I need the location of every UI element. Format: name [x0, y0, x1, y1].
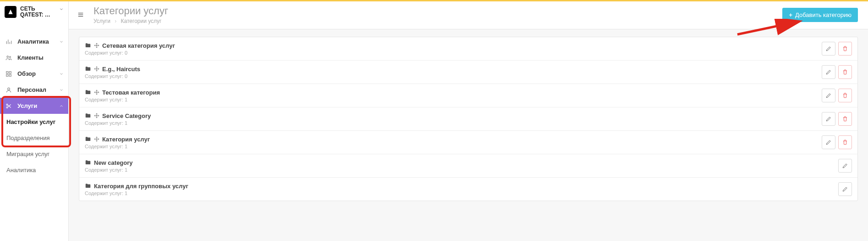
- sidebar-item-label: Миграция услуг: [6, 151, 49, 157]
- sidebar-item-services[interactable]: Услуги: [0, 98, 68, 114]
- svg-point-6: [8, 88, 10, 90]
- sidebar-item-staff[interactable]: Персонал: [0, 82, 68, 98]
- category-meta: Содержит услуг: 1: [85, 144, 822, 149]
- edit-button[interactable]: [838, 159, 852, 173]
- move-icon[interactable]: [94, 113, 99, 118]
- category-name: E.g., Haircuts: [102, 66, 140, 73]
- category-row[interactable]: Категория для групповых услугСодержит ус…: [79, 178, 857, 201]
- edit-button[interactable]: [822, 65, 835, 79]
- pencil-icon: [842, 186, 848, 192]
- folder-icon: [85, 66, 91, 72]
- svg-point-0: [7, 56, 8, 58]
- chevron-down-icon: [59, 88, 64, 92]
- category-title: New category: [85, 159, 838, 166]
- sidebar-item-label: Настройки услуг: [6, 118, 55, 125]
- sidebar-item-label: Обзор: [17, 70, 36, 77]
- pencil-icon: [825, 116, 832, 122]
- grid-icon: [5, 71, 14, 77]
- category-meta: Содержит услуг: 1: [85, 120, 822, 126]
- sidebar-item-label: Услуги: [17, 102, 37, 109]
- sidebar-item-label: Клиенты: [17, 54, 44, 61]
- pencil-icon: [825, 45, 832, 52]
- people-icon: [5, 55, 14, 61]
- category-row[interactable]: Service CategoryСодержит услуг: 1: [79, 107, 857, 131]
- delete-button[interactable]: [838, 42, 852, 56]
- chevron-down-icon: [59, 72, 64, 76]
- breadcrumb: Услуги › Категории услуг: [93, 18, 782, 24]
- folder-icon: [85, 136, 91, 142]
- sidebar-subitem-service-settings[interactable]: Настройки услуг: [0, 114, 68, 130]
- category-row[interactable]: Категория услугСодержит услуг: 1: [79, 131, 857, 154]
- trash-icon: [842, 116, 848, 122]
- chevron-down-icon: [59, 39, 64, 44]
- person-icon: [5, 87, 14, 93]
- category-title: Сетевая категория услуг: [85, 42, 822, 49]
- sidebar-subitem-analytics[interactable]: Аналитика: [0, 162, 68, 178]
- trash-icon: [842, 139, 848, 146]
- sidebar-item-clients[interactable]: Клиенты: [0, 50, 68, 66]
- svg-rect-3: [9, 72, 11, 73]
- category-title: E.g., Haircuts: [85, 66, 822, 73]
- move-icon[interactable]: [94, 43, 99, 48]
- trash-icon: [842, 45, 848, 52]
- delete-button[interactable]: [838, 112, 852, 126]
- category-meta: Содержит услуг: 1: [85, 97, 822, 102]
- sidebar-item-overview[interactable]: Обзор: [0, 66, 68, 82]
- breadcrumb-link[interactable]: Услуги: [93, 18, 110, 24]
- category-meta: Содержит услуг: 1: [85, 167, 838, 173]
- delete-button[interactable]: [838, 135, 852, 149]
- sidebar-subitem-migration[interactable]: Миграция услуг: [0, 146, 68, 162]
- folder-icon: [85, 112, 91, 119]
- chart-icon: [5, 39, 14, 45]
- category-title: Категория для групповых услуг: [85, 183, 838, 190]
- page-title: Категории услуг: [93, 5, 782, 17]
- sidebar: СЕТЬ QATEST: … Аналитика Клиенты: [0, 1, 69, 241]
- svg-rect-2: [6, 72, 8, 73]
- sidebar-item-label: Персонал: [17, 86, 46, 93]
- category-title: Категория услуг: [85, 136, 822, 143]
- category-meta: Содержит услуг: 0: [85, 50, 822, 56]
- main-content: Категории услуг Услуги › Категории услуг…: [69, 1, 868, 241]
- sidebar-item-label: Аналитика: [17, 38, 49, 45]
- svg-point-1: [9, 56, 11, 58]
- edit-button[interactable]: [822, 112, 835, 126]
- brand-switcher[interactable]: СЕТЬ QATEST: …: [0, 1, 68, 24]
- category-name: Service Category: [102, 112, 151, 119]
- add-category-button[interactable]: + Добавить категорию: [782, 8, 858, 22]
- folder-icon: [85, 159, 91, 166]
- add-category-label: Добавить категорию: [795, 11, 852, 18]
- pencil-icon: [825, 139, 832, 146]
- category-row[interactable]: E.g., HaircutsСодержит услуг: 0: [79, 61, 857, 84]
- delete-button[interactable]: [838, 65, 852, 79]
- move-icon[interactable]: [94, 136, 99, 142]
- category-name: Сетевая категория услуг: [102, 42, 175, 49]
- category-row[interactable]: Тестовая категорияСодержит услуг: 1: [79, 84, 857, 107]
- trash-icon: [842, 92, 848, 99]
- edit-button[interactable]: [822, 135, 835, 149]
- move-icon[interactable]: [94, 66, 99, 72]
- page-header: Категории услуг Услуги › Категории услуг…: [69, 1, 868, 29]
- pencil-icon: [825, 92, 832, 99]
- trash-icon: [842, 69, 848, 75]
- category-row[interactable]: Сетевая категория услугСодержит услуг: 0: [79, 37, 857, 61]
- pencil-icon: [842, 163, 848, 169]
- sidebar-subitem-departments[interactable]: Подразделения: [0, 130, 68, 146]
- plus-icon: +: [789, 11, 792, 18]
- category-title: Тестовая категория: [85, 89, 822, 96]
- edit-button[interactable]: [838, 182, 852, 196]
- hamburger-icon[interactable]: [76, 10, 85, 19]
- edit-button[interactable]: [822, 89, 835, 102]
- sidebar-item-label: Подразделения: [6, 135, 50, 141]
- category-row[interactable]: New categoryСодержит услуг: 1: [79, 154, 857, 178]
- svg-rect-5: [9, 74, 11, 76]
- delete-button[interactable]: [838, 89, 852, 102]
- move-icon[interactable]: [94, 90, 99, 95]
- edit-button[interactable]: [822, 42, 835, 56]
- svg-rect-4: [6, 74, 8, 76]
- scissors-icon: [5, 103, 14, 109]
- brand-name: СЕТЬ QATEST: …: [20, 6, 50, 18]
- chevron-up-icon: [59, 104, 64, 108]
- category-list: Сетевая категория услугСодержит услуг: 0…: [79, 37, 858, 201]
- sidebar-item-analytics[interactable]: Аналитика: [0, 34, 68, 50]
- chevron-right-icon: ›: [115, 18, 116, 24]
